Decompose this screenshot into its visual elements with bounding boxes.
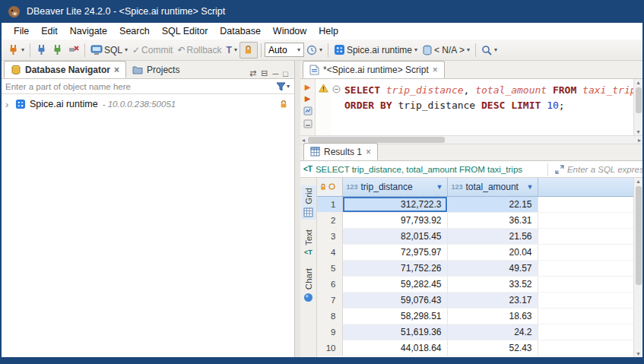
maximize-icon[interactable]: □: [283, 69, 288, 78]
tab-text[interactable]: Text <T: [301, 227, 316, 258]
grid-vertical-scrollbar[interactable]: ▴ ▾: [633, 178, 642, 357]
row-number[interactable]: 9: [317, 324, 342, 340]
row-number[interactable]: 2: [317, 212, 342, 228]
expand-chevron-icon[interactable]: ›: [5, 99, 15, 110]
execute-script-icon[interactable]: ▶: [305, 95, 311, 103]
grid-cell[interactable]: 33.52: [447, 276, 538, 292]
sort-desc-icon[interactable]: ▼: [527, 183, 534, 191]
scroll-up-icon[interactable]: ▴: [636, 79, 639, 86]
grid-cell[interactable]: 22.15: [447, 196, 538, 212]
tab-projects[interactable]: Projects: [126, 61, 186, 78]
explain-plan-icon[interactable]: [303, 106, 312, 116]
column-header-total-amount[interactable]: 123 total_amount ▼: [447, 178, 538, 196]
grid-cell[interactable]: 312,722.3: [342, 196, 447, 212]
scroll-up-icon[interactable]: ▴: [636, 178, 639, 185]
grid-cell[interactable]: 20.04: [447, 244, 538, 260]
results-filter-input[interactable]: Enter a SQL expression to: [567, 165, 642, 174]
autocommit-lock-button[interactable]: [240, 42, 258, 59]
tab-chart[interactable]: Chart: [301, 266, 316, 305]
rollback-button[interactable]: ↶ Rollback: [175, 42, 224, 59]
table-row[interactable]: 659,282.4533.52: [317, 276, 633, 292]
grid-cell[interactable]: 49.57: [447, 260, 538, 276]
transaction-mode-button[interactable]: T ▾: [224, 42, 240, 59]
table-row[interactable]: 858,298.5118.63: [317, 308, 633, 324]
close-icon[interactable]: ×: [433, 65, 438, 74]
new-connection-button[interactable]: ▾: [5, 42, 27, 59]
transaction-mode-combo[interactable]: Auto ▾: [265, 43, 304, 57]
row-number[interactable]: 7: [317, 292, 342, 308]
scroll-right-icon[interactable]: ▸: [636, 137, 642, 144]
table-row[interactable]: 472,975.9720.04: [317, 244, 633, 260]
menu-sql-editor[interactable]: SQL Editor: [156, 26, 214, 36]
sql-history-button[interactable]: ▾: [304, 42, 325, 59]
sort-desc-icon[interactable]: ▼: [436, 183, 443, 191]
menu-help[interactable]: Help: [312, 26, 344, 36]
connect-button[interactable]: [33, 42, 49, 59]
grid-cell[interactable]: 52.43: [447, 340, 538, 356]
menu-navigate[interactable]: Navigate: [64, 26, 113, 36]
row-number[interactable]: 10: [317, 340, 342, 356]
code-line[interactable]: ORDER BY trip_distance DESC LIMIT 10;: [344, 98, 632, 113]
filter-menu-button[interactable]: ▾: [276, 82, 294, 91]
menu-file[interactable]: File: [8, 26, 35, 36]
output-panel-icon[interactable]: [303, 119, 312, 128]
expand-panel-icon[interactable]: [555, 165, 564, 174]
grid-cell[interactable]: 71,752.26: [342, 260, 447, 276]
grid-cell[interactable]: 36.31: [447, 212, 538, 228]
grid-cell[interactable]: 59,282.45: [342, 276, 447, 292]
grid-cell[interactable]: 97,793.92: [342, 212, 447, 228]
column-header-trip-distance[interactable]: 123 trip_distance ▼: [342, 178, 447, 196]
reconnect-button[interactable]: [49, 42, 65, 59]
editor-vertical-scrollbar[interactable]: ▴ ▾: [633, 79, 642, 135]
grid-cell[interactable]: 58,298.51: [342, 308, 447, 324]
row-number[interactable]: 8: [317, 308, 342, 324]
minimize-icon[interactable]: ─: [273, 69, 279, 78]
menu-search[interactable]: Search: [113, 26, 156, 36]
scroll-down-icon[interactable]: ▾: [636, 128, 639, 135]
code-line[interactable]: SELECT trip_distance, total_amount FROM …: [344, 83, 632, 98]
scroll-thumb[interactable]: [308, 137, 445, 143]
close-icon[interactable]: ×: [366, 147, 371, 157]
grid-cell[interactable]: 72,975.97: [342, 244, 447, 260]
sql-code[interactable]: SELECT trip_distance, total_amount FROM …: [341, 79, 633, 135]
tab-sql-script[interactable]: *<Spice.ai runtime> Script ×: [303, 61, 445, 78]
sql-editor-button[interactable]: SQL ▾: [88, 42, 130, 59]
grid-cell[interactable]: 18.63: [447, 308, 538, 324]
scroll-thumb[interactable]: [636, 87, 642, 113]
menu-window[interactable]: Window: [267, 26, 312, 36]
scroll-down-icon[interactable]: ▾: [636, 350, 639, 357]
row-number[interactable]: 4: [317, 244, 342, 260]
table-row[interactable]: 382,015.4521.56: [317, 228, 633, 244]
grid-cell[interactable]: 82,015.45: [342, 228, 447, 244]
link-with-editor-icon[interactable]: ⇄: [249, 68, 256, 78]
menu-edit[interactable]: Edit: [35, 26, 64, 36]
object-filter-input[interactable]: [2, 82, 276, 91]
close-icon[interactable]: ×: [114, 65, 119, 74]
tree-item-connection[interactable]: › Spice.ai runtime - 10.0.0.238:50051: [2, 97, 294, 112]
grid-corner-cell[interactable]: [317, 178, 342, 196]
grid-cell[interactable]: 44,018.64: [342, 340, 447, 356]
grid-cell[interactable]: 51,619.36: [342, 324, 447, 340]
collapse-all-icon[interactable]: ⊟: [261, 68, 268, 78]
grid-cell[interactable]: 59,076.43: [342, 292, 447, 308]
grid-cell[interactable]: 21.56: [447, 228, 538, 244]
menu-database[interactable]: Database: [214, 26, 267, 36]
active-connection-combo[interactable]: Spice.ai runtime ▾: [332, 42, 420, 59]
tab-grid[interactable]: Grid: [301, 185, 316, 220]
search-button[interactable]: ▾: [479, 42, 500, 59]
collapse-region-icon[interactable]: [332, 85, 341, 93]
active-database-combo[interactable]: < N/A > ▾: [420, 42, 472, 59]
row-number[interactable]: 3: [317, 228, 342, 244]
table-row[interactable]: 759,076.4323.17: [317, 292, 633, 308]
commit-button[interactable]: ✓ Commit: [130, 42, 175, 59]
table-row[interactable]: 1044,018.6452.43: [317, 340, 633, 356]
table-row[interactable]: 1312,722.322.15: [317, 196, 633, 212]
disconnect-button[interactable]: [65, 42, 81, 59]
row-number[interactable]: 1: [317, 196, 342, 212]
row-number[interactable]: 6: [317, 276, 342, 292]
tab-results-1[interactable]: Results 1 ×: [303, 143, 378, 160]
execute-statement-icon[interactable]: ▶: [305, 84, 311, 91]
grid-cell[interactable]: 23.17: [447, 292, 538, 308]
panel-sash[interactable]: [295, 61, 300, 357]
tab-database-navigator[interactable]: Database Navigator ×: [4, 61, 126, 78]
